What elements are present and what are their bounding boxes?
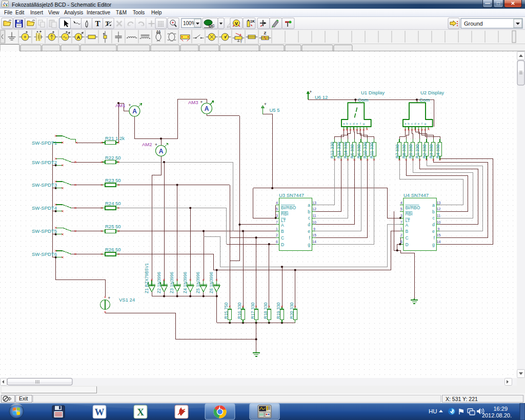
svg-text:e: e [308, 229, 310, 234]
svg-text:10: 10 [437, 221, 441, 224]
svg-text:U1 Display: U1 Display [361, 90, 385, 95]
svg-text:R17 330: R17 330 [250, 303, 255, 319]
svg-text:BI/RBO: BI/RBO [281, 205, 296, 210]
svg-text:1K: 1K [250, 19, 255, 23]
svg-text:6: 6 [276, 240, 278, 244]
svg-text:A: A [77, 35, 80, 40]
svg-text:R20 330: R20 330 [289, 303, 294, 319]
svg-text:RBI: RBI [281, 211, 288, 216]
svg-text:1: 1 [400, 227, 402, 231]
svg-text:A: A [281, 223, 284, 228]
svg-text:Com: Com [358, 97, 368, 103]
svg-text:g: g [363, 122, 365, 125]
svg-text:B: B [281, 229, 284, 234]
svg-text:g: g [308, 242, 310, 247]
svg-text:e: e [432, 229, 435, 234]
svg-text:Z5 1N3996: Z5 1N3996 [195, 272, 200, 293]
svg-text:c: c [350, 122, 351, 125]
svg-text:R11 330: R11 330 [369, 142, 374, 158]
svg-text:RBI: RBI [405, 211, 412, 216]
svg-text:X: X [137, 407, 144, 417]
svg-text:VS1 24: VS1 24 [119, 297, 135, 303]
svg-text:5: 5 [400, 207, 402, 211]
svg-text:R19 330: R19 330 [276, 303, 281, 319]
svg-text:a: a [308, 203, 310, 208]
svg-text:7: 7 [276, 221, 278, 224]
svg-text:R12 330: R12 330 [330, 142, 335, 158]
svg-text:14: 14 [437, 240, 441, 244]
svg-text:d: d [353, 122, 354, 125]
svg-text:R21 1.2k: R21 1.2k [105, 135, 125, 141]
svg-text:+: + [200, 99, 203, 105]
svg-text:D: D [405, 242, 408, 247]
svg-text:9: 9 [313, 227, 315, 231]
svg-text:16:29: 16:29 [493, 406, 508, 412]
svg-text:A: A [205, 105, 209, 112]
svg-text:BI/RBO: BI/RBO [405, 205, 420, 210]
svg-text:R16 330: R16 330 [237, 303, 242, 319]
svg-text:W: W [95, 407, 105, 417]
svg-text:13: 13 [437, 201, 441, 205]
svg-text:U2 Display: U2 Display [420, 90, 444, 95]
svg-text:2012.08.20.: 2012.08.20. [482, 412, 512, 418]
svg-text:15: 15 [437, 233, 441, 237]
svg-text:13: 13 [312, 201, 316, 205]
svg-text:R18 330: R18 330 [263, 303, 268, 319]
svg-text:d: d [432, 222, 435, 227]
svg-text:U4 SN7447: U4 SN7447 [403, 192, 429, 198]
svg-text:3: 3 [400, 214, 402, 217]
svg-text:SW-SPDT1: SW-SPDT1 [32, 140, 57, 146]
svg-text:R5 330: R5 330 [350, 144, 355, 158]
svg-text:9: 9 [438, 227, 440, 231]
svg-text:2: 2 [400, 233, 402, 237]
svg-text:2: 2 [276, 233, 278, 237]
svg-text:7: 7 [400, 221, 402, 224]
svg-text:Z4 1N3996: Z4 1N3996 [183, 272, 188, 293]
svg-text:6: 6 [400, 240, 402, 244]
svg-text:+: + [108, 295, 110, 301]
svg-text:R24 50: R24 50 [105, 201, 121, 206]
svg-text:SW-SPDT5: SW-SPDT5 [32, 228, 57, 234]
svg-text:Z2 1N3996: Z2 1N3996 [156, 272, 161, 293]
svg-text:Com: Com [419, 97, 430, 103]
svg-text:+: + [155, 142, 157, 147]
svg-text:Z1 BZX79B5V1: Z1 BZX79B5V1 [144, 263, 149, 293]
svg-text:11: 11 [437, 214, 440, 217]
svg-text:Exit: Exit [19, 395, 28, 402]
svg-text:A: A [405, 223, 408, 228]
svg-text:11: 11 [312, 214, 316, 217]
svg-text:R9 330: R9 330 [408, 144, 413, 158]
svg-text:Ground: Ground [464, 21, 483, 27]
svg-text:R3 330: R3 330 [429, 144, 434, 158]
svg-text:a: a [432, 203, 435, 208]
svg-text:d: d [414, 122, 416, 125]
svg-text:AM1: AM1 [115, 103, 126, 108]
svg-text:R15 750: R15 750 [224, 303, 229, 319]
svg-text:AM2: AM2 [142, 142, 152, 147]
svg-text:A: A [132, 108, 137, 115]
svg-text:+: + [128, 103, 131, 108]
svg-text:Z3 1N3996: Z3 1N3996 [169, 272, 174, 293]
svg-text:R14 330: R14 330 [343, 142, 348, 158]
svg-text:4: 4 [400, 201, 402, 205]
svg-text:+: + [264, 102, 267, 107]
svg-text:12: 12 [312, 207, 316, 211]
svg-text:SW-SPDT4: SW-SPDT4 [32, 205, 57, 211]
svg-text:X: 531 Y: 221: X: 531 Y: 221 [446, 396, 478, 402]
svg-text:d: d [308, 222, 310, 227]
svg-text:3: 3 [276, 214, 278, 217]
svg-text:U3 SN7447: U3 SN7447 [279, 192, 304, 198]
svg-text:C: C [281, 235, 284, 241]
svg-text:R13 330: R13 330 [336, 142, 341, 158]
svg-text:Z6 1N3996: Z6 1N3996 [209, 272, 214, 293]
svg-text:4: 4 [276, 201, 278, 205]
svg-text:SW-SPDT2: SW-SPDT2 [32, 159, 57, 165]
svg-text:U6 12: U6 12 [315, 94, 328, 100]
svg-text:15: 15 [312, 233, 316, 237]
svg-text:SW-SPDT3: SW-SPDT3 [32, 182, 57, 188]
svg-text:R6 330: R6 330 [356, 144, 361, 158]
svg-text:g: g [425, 122, 426, 125]
svg-text:T: T [240, 40, 243, 44]
svg-text:b: b [432, 209, 435, 214]
svg-text:b: b [308, 209, 310, 214]
